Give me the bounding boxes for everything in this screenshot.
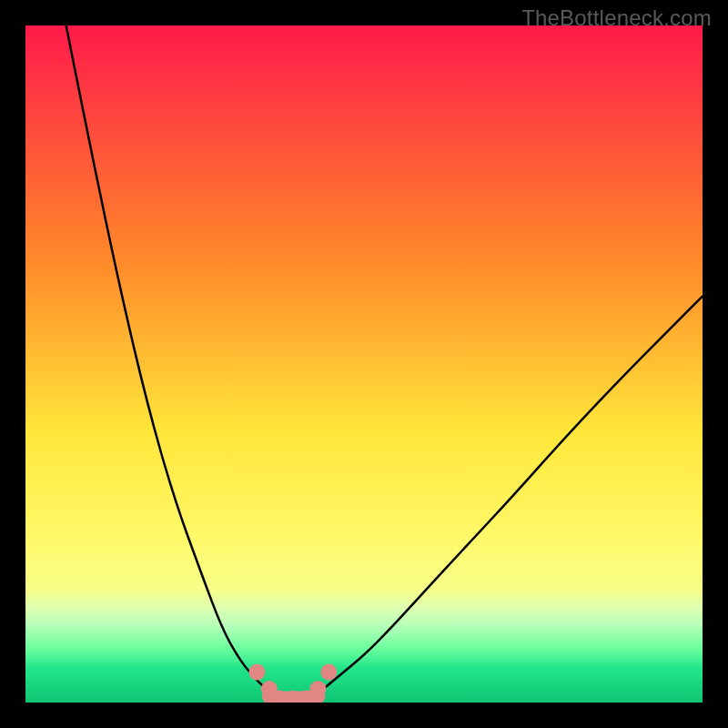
marker-dot [320,664,337,681]
chart-svg [25,25,703,703]
chart-container [25,25,703,703]
chart-background [25,25,703,703]
marker-dot [248,664,265,681]
